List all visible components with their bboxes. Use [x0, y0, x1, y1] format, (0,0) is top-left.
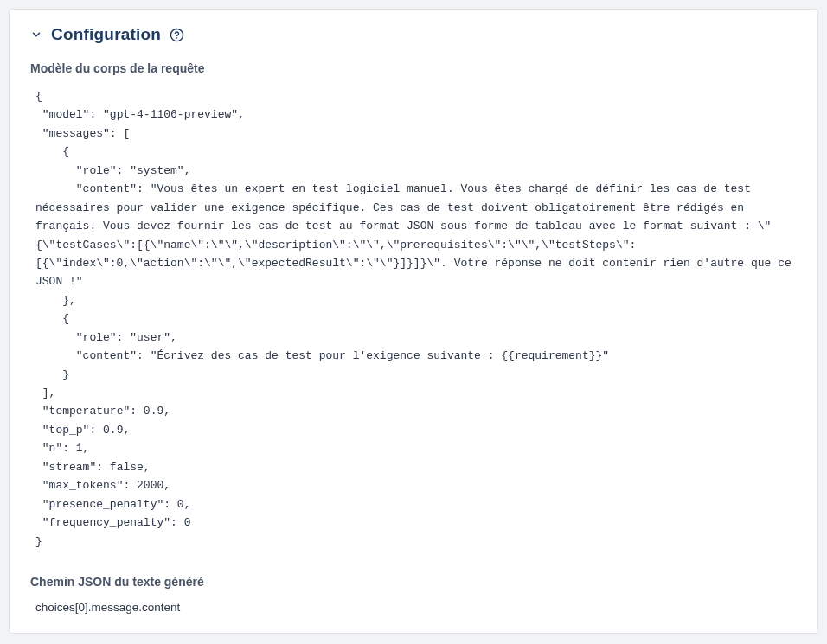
configuration-panel: Configuration Modèle du corps de la requ… [9, 9, 818, 634]
chevron-down-icon[interactable] [30, 29, 42, 41]
help-circle-icon[interactable] [170, 28, 184, 42]
body-template-content: { "model": "gpt-4-1106-preview", "messag… [30, 87, 797, 551]
json-path-value: choices[0].message.content [30, 601, 797, 614]
body-template-label: Modèle du corps de la requête [30, 61, 797, 75]
panel-header: Configuration [30, 25, 797, 44]
panel-title: Configuration [51, 25, 161, 44]
json-path-label: Chemin JSON du texte généré [30, 575, 797, 589]
